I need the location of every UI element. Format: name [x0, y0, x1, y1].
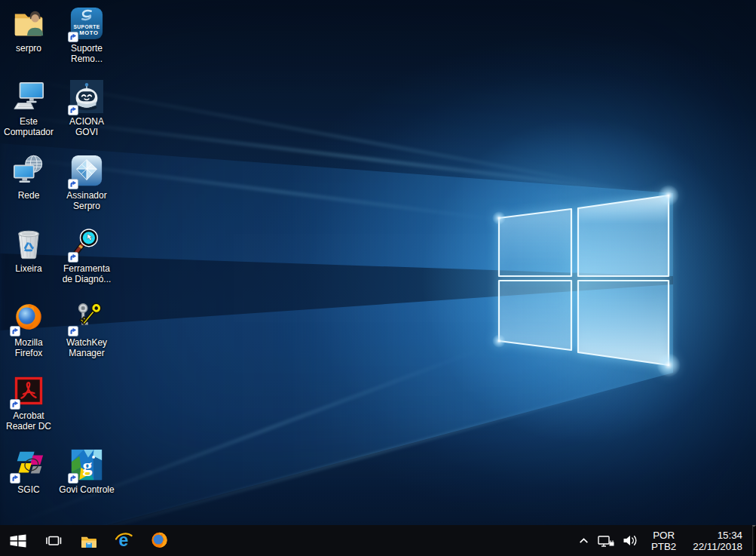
- system-tray: POR PTB2 15:34 22/11/2018: [574, 525, 756, 556]
- network-ethernet-icon: [597, 534, 615, 548]
- taskbar: e: [0, 525, 756, 556]
- chevron-up-icon: [578, 536, 589, 546]
- desktop-icon-watchkey-manager[interactable]: WatchKey Manager: [58, 300, 115, 371]
- desktop-icon-label: Este Computador: [0, 116, 57, 137]
- windows-start-icon: [9, 532, 27, 550]
- desktop-icon-aciona-govi[interactable]: ACIONA GOVI: [58, 79, 115, 150]
- shortcut-arrow-icon: [68, 32, 78, 42]
- file-explorer-icon: [79, 531, 99, 551]
- desktop-icon-label: Lixeira: [15, 263, 41, 274]
- desktop-icon-label: Ferramenta de Diagnó...: [58, 263, 115, 284]
- desktop-icon-sgic[interactable]: SGIC: [0, 447, 57, 518]
- desktop-icon-mozilla-firefox[interactable]: Mozilla Firefox: [0, 300, 57, 371]
- recycle-bin-icon: [11, 226, 46, 261]
- desktop-icon-acrobat-reader[interactable]: Acrobat Reader DC: [0, 373, 57, 444]
- desktop-icon-serpro[interactable]: serpro: [0, 6, 57, 77]
- desktop-icon-assinador-serpro[interactable]: Assinador Serpro: [58, 153, 115, 224]
- speaker-icon: [623, 534, 639, 547]
- svg-text:SUPORTE: SUPORTE: [73, 24, 99, 29]
- desktop-icon-label: WatchKey Manager: [58, 337, 115, 358]
- task-view-button[interactable]: [35, 525, 71, 556]
- desktop-icon-label: Mozilla Firefox: [0, 337, 57, 358]
- desktop-icon-label: ACIONA GOVI: [58, 116, 115, 137]
- svg-text:g: g: [82, 455, 92, 477]
- shortcut-arrow-icon: [10, 326, 20, 336]
- windows-desktop: serpro SUPORTE MOTO Suporte Remo...: [0, 0, 756, 556]
- desktop-icon-label: SGIC: [17, 484, 39, 495]
- svg-text:MOTO: MOTO: [79, 29, 98, 36]
- shortcut-arrow-icon: [68, 473, 78, 484]
- clock[interactable]: 15:34 22/11/2018: [684, 525, 752, 556]
- desktop-icon-label: Suporte Remo...: [58, 43, 115, 64]
- desktop-icon-label: Assinador Serpro: [58, 190, 115, 211]
- language-code: POR: [653, 530, 675, 541]
- shortcut-arrow-icon: [68, 252, 78, 263]
- shortcut-arrow-icon: [10, 399, 20, 410]
- tray-chevron-button[interactable]: [574, 525, 593, 556]
- file-explorer-button[interactable]: [71, 525, 106, 556]
- desktop-icon-label: Govi Controle: [59, 484, 114, 495]
- network-globe-icon: [11, 153, 46, 188]
- firefox-taskbar-icon: [149, 530, 170, 551]
- desktop-icon-label: Acrobat Reader DC: [0, 410, 57, 432]
- taskbar-left-group: e: [0, 525, 177, 556]
- start-button[interactable]: [0, 525, 35, 556]
- internet-explorer-button[interactable]: e: [106, 525, 142, 556]
- desktop-icon-lixeira[interactable]: Lixeira: [0, 226, 57, 297]
- windows-logo: [482, 174, 693, 385]
- desktop-icon-rede[interactable]: Rede: [0, 153, 57, 224]
- clock-date: 22/11/2018: [693, 541, 742, 552]
- shortcut-arrow-icon: [68, 105, 78, 115]
- show-desktop-button[interactable]: [752, 525, 756, 556]
- shortcut-arrow-icon: [68, 326, 78, 336]
- tray-volume-button[interactable]: [619, 525, 643, 556]
- desktop-icon-govi-controle[interactable]: g Govi Controle: [58, 447, 115, 518]
- desktop-icon-ferramenta-diagnostico[interactable]: Ferramenta de Diagnó...: [58, 226, 115, 297]
- keyboard-layout-code: PTB2: [651, 541, 676, 552]
- desktop-icon-este-computador[interactable]: Este Computador: [0, 79, 57, 150]
- firefox-button[interactable]: [142, 525, 177, 556]
- user-folder-icon: [11, 6, 46, 41]
- desktop-icon-label: serpro: [16, 43, 41, 54]
- desktop-icon-suporte-remoto[interactable]: SUPORTE MOTO Suporte Remo...: [58, 6, 115, 77]
- task-view-icon: [44, 531, 63, 551]
- tray-network-button[interactable]: [593, 525, 619, 556]
- this-pc-icon: [11, 79, 46, 114]
- clock-time: 15:34: [718, 530, 742, 541]
- shortcut-arrow-icon: [68, 179, 78, 189]
- shortcut-arrow-icon: [10, 473, 20, 484]
- internet-explorer-icon: e: [114, 530, 134, 551]
- desktop-icon-label: Rede: [18, 190, 40, 201]
- language-indicator[interactable]: POR PTB2: [643, 525, 684, 556]
